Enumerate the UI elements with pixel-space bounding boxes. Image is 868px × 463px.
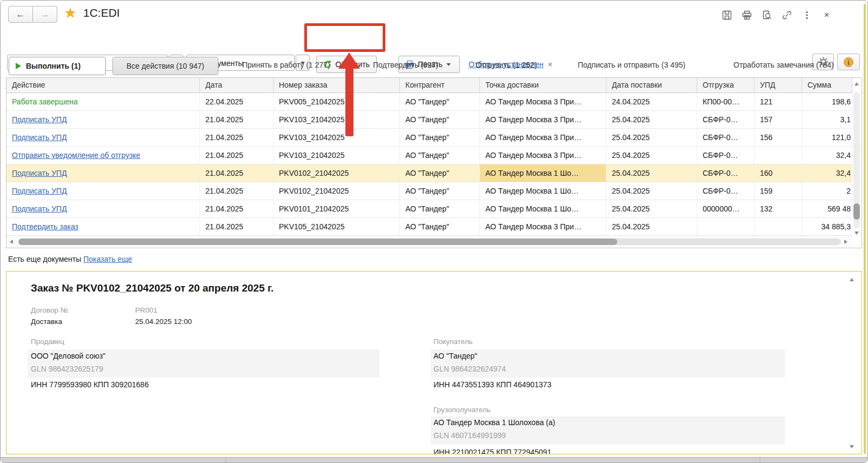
scroll-right-icon[interactable]	[844, 240, 847, 244]
buyer-label: Покупатель	[433, 338, 473, 346]
tab-filter-3[interactable]: Подписать и отправить (3 495)	[578, 61, 685, 69]
nav-buttons: ← →	[8, 6, 57, 23]
cell-action[interactable]: Работа завершена	[6, 93, 200, 110]
action-status-text: Работа завершена	[12, 97, 78, 106]
consignee-gln: GLN 4607164991999	[433, 431, 506, 440]
column-header[interactable]: Точка доставки	[480, 78, 606, 92]
cell-action[interactable]: Подписать УПД	[6, 164, 200, 182]
cell-shipment: СБФР-0…	[697, 182, 755, 200]
document-preview-panel: Заказ № PKV0102_21042025 от 20 апреля 20…	[6, 271, 862, 454]
column-header[interactable]: Сумма	[802, 78, 852, 92]
show-more-link[interactable]: Показать еще	[83, 255, 132, 263]
tab-filter-4[interactable]: Отработать замечания (784)	[733, 61, 834, 69]
cell-action[interactable]: Подписать УПД	[6, 129, 200, 146]
table-row[interactable]: Подписать УПД21.04.2025PKV0102_21042025А…	[6, 182, 852, 200]
action-link[interactable]: Отправить уведомление об отгрузке	[12, 151, 141, 160]
forward-arrow-icon: →	[41, 9, 50, 20]
column-header[interactable]: Отгрузка	[697, 78, 755, 92]
cell-counterparty: АО "Тандер"	[400, 164, 480, 182]
horizontal-scrollbar[interactable]	[6, 236, 852, 248]
column-header[interactable]: Номер заказа	[273, 78, 400, 92]
cell-delivery-point: АО Тандер Москва 1 Шо…	[480, 200, 606, 217]
save-icon	[722, 10, 732, 20]
close-button[interactable]: ×	[820, 9, 833, 21]
table-row[interactable]: Подписать УПД21.04.2025PKV0101_21042025А…	[6, 200, 852, 218]
close-icon: ×	[824, 10, 830, 21]
table-row[interactable]: Отправить уведомление об отгрузке21.04.2…	[6, 147, 852, 164]
tab-filter-1[interactable]: Подтвердить (927)	[373, 61, 438, 69]
column-header[interactable]: УПД	[755, 78, 802, 92]
vertical-scroll-thumb[interactable]	[853, 203, 860, 220]
play-icon	[16, 63, 21, 69]
cell-order-number: PKV103_21042025	[273, 129, 400, 146]
cell-counterparty: АО "Тандер"	[400, 111, 480, 128]
more-menu-button[interactable]	[800, 9, 813, 21]
table-body: Работа завершена22.04.2025PKV005_2104202…	[6, 93, 852, 236]
print-window-button[interactable]	[740, 9, 753, 21]
table-row[interactable]: Подтвердить заказ21.04.2025PKV105_210420…	[6, 218, 852, 236]
cell-action[interactable]: Подписать УПД	[6, 111, 200, 128]
cell-order-number: PKV103_21042025	[273, 111, 400, 128]
column-header[interactable]: Контрагент	[400, 78, 480, 92]
cell-sum: 34 885,3	[802, 218, 852, 235]
action-link[interactable]: Подписать УПД	[12, 169, 67, 177]
actions-bar: Выполнить (1) Все действия (10 947) Прин…	[1, 55, 867, 77]
vertical-scroll-track[interactable]	[853, 92, 860, 228]
horizontal-scroll-track[interactable]	[18, 239, 841, 245]
cell-upd: 156	[755, 129, 802, 146]
tab-all-actions[interactable]: Все действия (10 947)	[112, 57, 218, 75]
column-header[interactable]: Дата	[200, 78, 273, 92]
preview-button[interactable]	[760, 9, 773, 21]
column-header[interactable]: Дата поставки	[606, 78, 697, 92]
cell-delivery-point: АО Тандер Москва 3 При…	[480, 147, 606, 164]
table-row[interactable]: Работа завершена22.04.2025PKV005_2104202…	[6, 93, 852, 111]
scroll-left-icon[interactable]	[10, 240, 13, 244]
action-link[interactable]: Подписать УПД	[12, 187, 67, 195]
panel-scroll-down-icon[interactable]	[850, 445, 854, 448]
scroll-down-icon[interactable]	[854, 232, 859, 235]
cell-date: 21.04.2025	[200, 129, 273, 146]
cell-delivery-date: 25.04.2025	[606, 147, 697, 164]
seller-label: Продавец	[31, 338, 64, 346]
action-link[interactable]: Подписать УПД	[12, 133, 67, 142]
cell-delivery-date: 25.04.2025	[606, 218, 697, 235]
buyer-inn: ИНН 4473551393 КПП 464901373	[433, 380, 551, 389]
cell-date: 22.04.2025	[200, 93, 273, 110]
tab-filter-2[interactable]: Отгрузить (1 252)	[476, 61, 537, 69]
cell-delivery-date: 25.04.2025	[606, 182, 697, 200]
cell-delivery-point: АО Тандер Москва 1 Шо…	[480, 182, 606, 200]
vertical-scrollbar[interactable]	[852, 78, 862, 236]
back-button[interactable]: ←	[8, 6, 33, 23]
action-link[interactable]: Подтвердить заказ	[12, 222, 78, 231]
execute-button[interactable]: Выполнить (1)	[9, 57, 106, 75]
cell-action[interactable]: Подписать УПД	[6, 182, 200, 200]
cell-date: 21.04.2025	[200, 147, 273, 164]
action-link[interactable]: Подписать УПД	[12, 204, 67, 213]
delivery-value: 25.04.2025 12:00	[135, 318, 192, 326]
panel-scroll-up-icon[interactable]	[850, 278, 854, 281]
consignee-name: АО Тандер Москва 1 Шолохова (а)	[433, 418, 555, 427]
cell-action[interactable]: Отправить уведомление об отгрузке	[6, 147, 200, 164]
cell-action[interactable]: Подтвердить заказ	[6, 218, 200, 235]
cell-upd	[755, 147, 802, 164]
cell-shipment: СБФР-0…	[697, 147, 755, 164]
table-row[interactable]: Подписать УПД21.04.2025PKV0102_21042025А…	[6, 164, 852, 182]
cell-upd	[755, 218, 802, 235]
save-button[interactable]	[720, 9, 733, 21]
column-header[interactable]: Действие	[6, 78, 200, 92]
scroll-up-icon[interactable]	[854, 82, 859, 85]
forward-button[interactable]: →	[33, 6, 57, 23]
get-link-button[interactable]	[780, 9, 793, 21]
tab-filter-0[interactable]: Принять в работу (1 277)	[242, 61, 330, 69]
cell-sum: 32,4	[802, 164, 852, 182]
favorite-star-icon[interactable]: ★	[64, 4, 77, 22]
horizontal-scroll-thumb[interactable]	[18, 239, 617, 245]
cell-action[interactable]: Подписать УПД	[6, 200, 200, 217]
document-title: Заказ № PKV0102_21042025 от 20 апреля 20…	[31, 282, 273, 294]
delivery-label: Доставка	[31, 318, 62, 326]
documents-table: ДействиеДатаНомер заказаКонтрагентТочка …	[6, 77, 862, 248]
table-row[interactable]: Подписать УПД21.04.2025PKV103_21042025АО…	[6, 111, 852, 129]
action-link[interactable]: Подписать УПД	[12, 115, 67, 124]
table-row[interactable]: Подписать УПД21.04.2025PKV103_21042025АО…	[6, 129, 852, 147]
annotation-arrow-shaft	[345, 68, 353, 136]
